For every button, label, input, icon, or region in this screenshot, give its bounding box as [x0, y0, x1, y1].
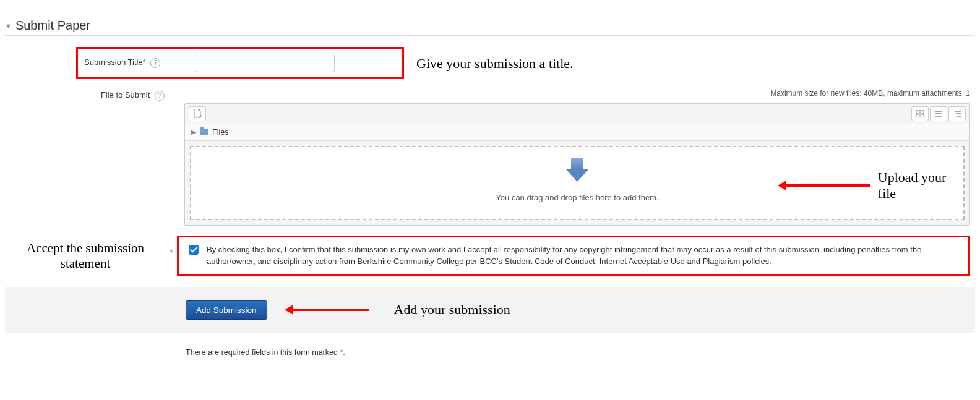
add-file-icon — [193, 109, 202, 119]
submit-bar: Add Submission Add your submission — [5, 287, 975, 333]
accept-statement-text: By checking this box, I confirm that thi… — [207, 244, 961, 268]
list-icon — [935, 110, 942, 117]
disclosure-triangle-icon[interactable]: ▼ — [5, 22, 12, 30]
file-to-submit-label: File to Submit ? — [5, 87, 172, 101]
annotation-upload: Upload your file — [878, 169, 963, 202]
add-file-button[interactable] — [189, 106, 206, 121]
accept-statement-highlight: By checking this box, I confirm that thi… — [177, 236, 970, 276]
red-arrow-icon — [785, 184, 870, 187]
required-asterisk: * — [166, 236, 177, 257]
file-picker: ▶ Files You can drag and drop files here… — [184, 103, 970, 226]
help-icon[interactable]: ? — [155, 91, 165, 101]
view-tree-button[interactable] — [948, 106, 966, 121]
required-fields-note: There are required fields in this form m… — [186, 348, 975, 357]
view-list-button[interactable] — [930, 106, 947, 121]
dropzone-text: You can drag and drop files here to add … — [496, 193, 658, 202]
page-title: Submit Paper — [15, 19, 90, 33]
svg-rect-1 — [921, 110, 924, 113]
red-arrow-icon — [292, 309, 369, 311]
submission-title-label: Submission Title* ? — [84, 54, 177, 68]
submission-title-label-text: Submission Title — [84, 57, 143, 67]
annotation-add: Add your submission — [394, 302, 510, 318]
annotation-accept: Accept the submission statement — [5, 236, 166, 271]
file-label-text: File to Submit — [101, 90, 150, 100]
file-dropzone[interactable]: You can drag and drop files here to add … — [190, 146, 965, 220]
required-note-suffix: . — [343, 348, 345, 357]
help-icon[interactable]: ? — [150, 58, 160, 68]
annotation-accept-line1: Accept the submission — [5, 240, 166, 256]
tree-toggle-icon[interactable]: ▶ — [191, 129, 196, 135]
section-header: ▼ Submit Paper — [5, 19, 975, 36]
file-toolbar — [185, 104, 969, 124]
download-arrow-icon — [566, 169, 588, 182]
file-tree-row[interactable]: ▶ Files — [185, 124, 969, 141]
accept-checkbox[interactable] — [189, 245, 199, 255]
file-size-hint: Maximum size for new files: 40MB, maximu… — [172, 89, 975, 98]
annotation-upload-wrap: Upload your file — [785, 169, 963, 202]
svg-rect-0 — [916, 110, 919, 113]
svg-rect-3 — [921, 114, 924, 117]
grid-icon — [916, 110, 924, 117]
add-submission-button[interactable]: Add Submission — [186, 300, 267, 320]
svg-rect-2 — [916, 114, 919, 117]
folder-icon — [200, 129, 208, 135]
required-note-prefix: There are required fields in this form m… — [186, 348, 340, 357]
annotation-accept-line2: statement — [5, 256, 166, 271]
tree-root-label: Files — [212, 128, 228, 137]
annotation-title: Give your submission a title. — [416, 47, 574, 72]
title-field-highlight: Submission Title* ? — [76, 47, 404, 79]
view-grid-button[interactable] — [911, 106, 929, 121]
required-asterisk: * — [143, 57, 146, 67]
tree-icon — [953, 110, 961, 117]
submission-title-input[interactable] — [196, 54, 335, 72]
